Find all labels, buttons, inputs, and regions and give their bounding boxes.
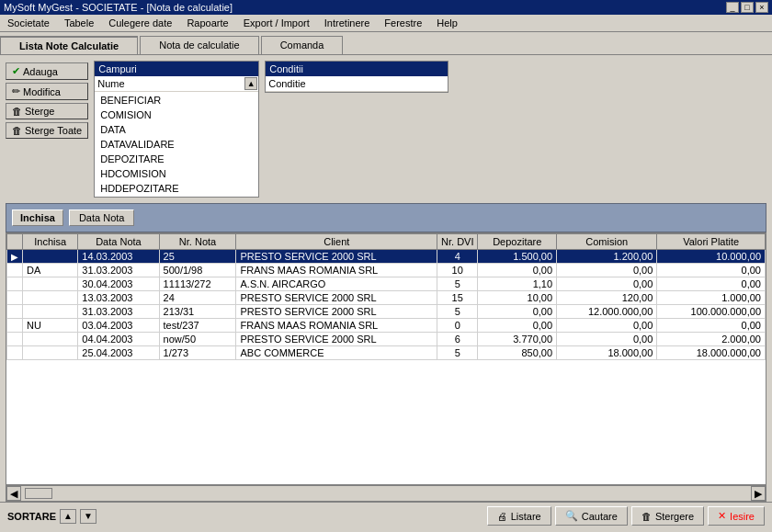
tab-bar: Lista Note Calculatie Nota de calculatie… bbox=[0, 32, 772, 55]
tab-nota-calculatie[interactable]: Nota de calculatie bbox=[140, 36, 258, 54]
title-bar: MySoft MyGest - SOCIETATE - [Nota de cal… bbox=[0, 0, 772, 15]
cautare-button[interactable]: 🔍 Cautare bbox=[555, 506, 628, 526]
col-inchisa[interactable]: Inchisa bbox=[23, 234, 78, 250]
conditii-input[interactable] bbox=[267, 77, 447, 90]
menu-intretinere[interactable]: Intretinere bbox=[321, 17, 374, 29]
campuri-header: Campuri bbox=[95, 62, 258, 76]
menu-ferestre[interactable]: Ferestre bbox=[380, 17, 426, 29]
campuri-item-datavalidare[interactable]: DATAVALIDARE bbox=[98, 137, 255, 152]
check-icon: ✔ bbox=[12, 65, 20, 77]
col-client[interactable]: Client bbox=[236, 234, 437, 250]
sort-up-button[interactable]: ▲ bbox=[60, 509, 76, 524]
table-row[interactable]: 30.04.200311113/272A.S.N. AIRCARGO51,100… bbox=[7, 277, 766, 291]
stergere-button[interactable]: 🗑 Stergere bbox=[631, 506, 704, 526]
table-row[interactable]: 31.03.2003213/31PRESTO SERVICE 2000 SRL5… bbox=[7, 305, 766, 319]
bottom-buttons: 🖨 Listare 🔍 Cautare 🗑 Stergere ✕ Iesire bbox=[487, 506, 765, 526]
menu-help[interactable]: Help bbox=[433, 17, 461, 29]
table-row[interactable]: 04.04.2003now/50PRESTO SERVICE 2000 SRL6… bbox=[7, 333, 766, 346]
campuri-box: Campuri ▲ BENEFICIAR COMISION DATA DATAV… bbox=[94, 61, 259, 198]
campuri-list: BENEFICIAR COMISION DATA DATAVALIDARE DE… bbox=[95, 92, 258, 197]
menu-tabele[interactable]: Tabele bbox=[61, 17, 97, 29]
tab-comanda[interactable]: Comanda bbox=[261, 36, 344, 54]
bottom-section: SORTARE ▲ ▼ 🖨 Listare 🔍 Cautare 🗑 Sterge… bbox=[0, 502, 772, 529]
conditii-header: Conditii bbox=[266, 62, 448, 76]
search-icon: 🔍 bbox=[565, 510, 578, 522]
data-nota-button[interactable]: Data Nota bbox=[69, 209, 135, 226]
sort-down-button[interactable]: ▼ bbox=[80, 509, 96, 524]
sterge-toate-button[interactable]: 🗑 Sterge Toate bbox=[6, 122, 88, 139]
menu-rapoarte[interactable]: Rapoarte bbox=[183, 17, 232, 29]
exit-icon: ✕ bbox=[718, 510, 726, 522]
eraser-icon: 🗑 bbox=[641, 511, 652, 522]
scroll-left-btn[interactable]: ◀ bbox=[6, 486, 21, 501]
table-area: Inchisa Data Nota Nr. Nota Client Nr. DV… bbox=[0, 232, 772, 502]
table-row[interactable]: ▶14.03.200325PRESTO SERVICE 2000 SRL41.5… bbox=[7, 250, 766, 264]
action-buttons: ✔ Adauga ✏ Modifica 🗑 Sterge 🗑 Sterge To… bbox=[6, 61, 88, 139]
campuri-item-comision[interactable]: COMISION bbox=[98, 108, 255, 122]
scroll-right-btn[interactable]: ▶ bbox=[751, 486, 766, 501]
campuri-input[interactable] bbox=[96, 77, 244, 90]
table-row[interactable]: DA31.03.2003500/1/98FRANS MAAS ROMANIA S… bbox=[7, 264, 766, 277]
adauga-button[interactable]: ✔ Adauga bbox=[6, 62, 88, 80]
campuri-item-beneficiar[interactable]: BENEFICIAR bbox=[98, 93, 255, 108]
col-nr-dvi[interactable]: Nr. DVI bbox=[437, 234, 478, 250]
listare-button[interactable]: 🖨 Listare bbox=[487, 506, 551, 526]
close-button[interactable]: × bbox=[755, 2, 768, 13]
printer-icon: 🖨 bbox=[497, 511, 507, 522]
sortare-label: SORTARE bbox=[7, 511, 56, 522]
col-comision[interactable]: Comision bbox=[557, 234, 657, 250]
maximize-button[interactable]: □ bbox=[741, 2, 754, 13]
delete-icon: 🗑 bbox=[12, 106, 22, 117]
tab-lista-note[interactable]: Lista Note Calculatie bbox=[0, 36, 138, 54]
menu-societate[interactable]: Societate bbox=[4, 17, 53, 29]
menu-export-import[interactable]: Export / Import bbox=[240, 17, 313, 29]
campuri-item-hddepozitare[interactable]: HDDEPOZITARE bbox=[98, 181, 255, 196]
campuri-scroll-up[interactable]: ▲ bbox=[244, 77, 257, 90]
table-row[interactable]: NU03.04.2003test/237FRANS MAAS ROMANIA S… bbox=[7, 319, 766, 333]
conditii-box: Conditii bbox=[265, 61, 448, 93]
col-valori-platite[interactable]: Valori Platite bbox=[657, 234, 766, 250]
table-row[interactable]: 13.03.200324PRESTO SERVICE 2000 SRL1510,… bbox=[7, 291, 766, 305]
campuri-item-data[interactable]: DATA bbox=[98, 122, 255, 137]
col-data-nota[interactable]: Data Nota bbox=[78, 234, 159, 250]
menu-culegere-date[interactable]: Culegere date bbox=[105, 17, 176, 29]
table-row[interactable]: 25.04.20031/273ABC COMMERCE5850,0018.000… bbox=[7, 346, 766, 360]
pencil-icon: ✏ bbox=[12, 85, 20, 97]
window-title: MySoft MyGest - SOCIETATE - [Nota de cal… bbox=[4, 2, 233, 13]
col-indicator bbox=[7, 234, 23, 250]
iesire-button[interactable]: ✕ Iesire bbox=[708, 506, 765, 526]
sortare-section: SORTARE ▲ ▼ bbox=[7, 509, 96, 524]
main-table: Inchisa Data Nota Nr. Nota Client Nr. DV… bbox=[6, 233, 766, 360]
campuri-item-depozitare[interactable]: DEPOZITARE bbox=[98, 152, 255, 166]
window-controls[interactable]: _ □ × bbox=[726, 2, 768, 13]
menu-bar: Societate Tabele Culegere date Rapoarte … bbox=[0, 15, 772, 32]
filter-panel: Inchisa Data Nota bbox=[6, 203, 766, 232]
scroll-thumb bbox=[25, 488, 52, 499]
campuri-item-hdcomision[interactable]: HDCOMISION bbox=[98, 166, 255, 181]
col-nr-nota[interactable]: Nr. Nota bbox=[159, 234, 236, 250]
col-depozitare[interactable]: Depozitare bbox=[478, 234, 557, 250]
inchisa-button[interactable]: Inchisa bbox=[12, 209, 63, 226]
modifica-button[interactable]: ✏ Modifica bbox=[6, 83, 88, 100]
delete-all-icon: 🗑 bbox=[12, 125, 22, 136]
data-table-container[interactable]: Inchisa Data Nota Nr. Nota Client Nr. DV… bbox=[6, 232, 766, 485]
minimize-button[interactable]: _ bbox=[726, 2, 739, 13]
sterge-button[interactable]: 🗑 Sterge bbox=[6, 103, 88, 119]
